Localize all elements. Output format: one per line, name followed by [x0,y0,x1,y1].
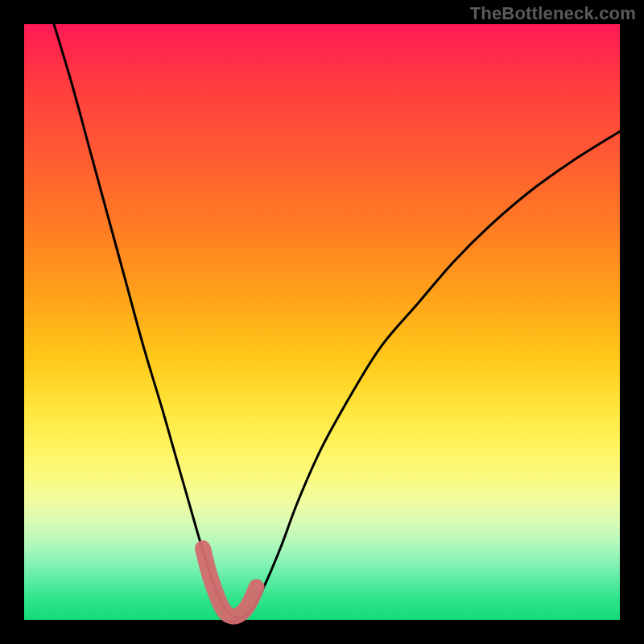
plot-area [24,24,620,620]
chart-svg [24,24,620,620]
outer-frame: TheBottleneck.com [0,0,644,644]
highlight-segment [203,548,257,616]
watermark-text: TheBottleneck.com [470,3,636,24]
bottleneck-curve [54,24,620,618]
